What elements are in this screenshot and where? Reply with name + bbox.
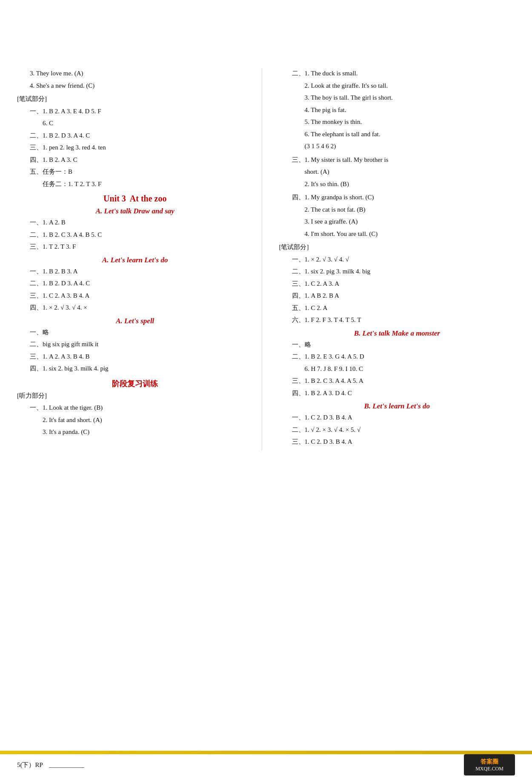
footer-underline: ___________ xyxy=(49,761,84,768)
listening-label: [听力部分] xyxy=(17,391,253,402)
written-section-label: [笔试部分] xyxy=(17,94,253,105)
er-line-4: 5. The monkey is thin. xyxy=(305,117,515,128)
bottom-bar xyxy=(0,751,532,754)
left-column: 3. They love me. (A) 4. She's a new frie… xyxy=(17,68,262,450)
r1-q1c: 3. It's a panda. (C) xyxy=(43,427,253,438)
watermark-line1: 答案圈 xyxy=(481,758,498,766)
bt1-q2b: 6. H 7. J 8. F 9. I 10. C xyxy=(305,364,515,375)
bl1-q3: 三、1. C 2. D 3. B 4. A xyxy=(292,437,515,448)
w1-line: 一、1. × 2. √ 3. √ 4. √ xyxy=(292,254,515,265)
section5-title: B. Let's learn Let's do xyxy=(279,402,515,411)
q1b-line: 6. C xyxy=(43,118,253,129)
s3-q2: 二、big six pig gift milk it xyxy=(30,339,253,350)
s2-q4: 四、1. × 2. √ 3. √ 4. × xyxy=(30,302,253,313)
section2-title: A. Let's learn Let's do xyxy=(17,256,253,264)
q5b-line: 任务二：1. T 2. T 3. F xyxy=(43,179,253,190)
q2-line: 二、1. B 2. D 3. A 4. C xyxy=(30,130,253,141)
w3-line: 三、1. C 2. A 3. A xyxy=(292,279,515,290)
footer-text: 5(下）RP xyxy=(17,761,43,768)
bl1-q2: 二、1. √ 2. × 3. √ 4. × 5. √ xyxy=(292,425,515,436)
footer-left: 5(下）RP ___________ xyxy=(17,761,84,769)
r1-q1b: 2. It's fat and short. (A) xyxy=(43,415,253,426)
q1-line: 一、1. B 2. A 3. E 4. D 5. F xyxy=(30,106,253,117)
s1-q1: 一、1. A 2. B xyxy=(30,217,253,228)
s3-q4: 四、1. six 2. big 3. milk 4. pig xyxy=(30,363,253,374)
san-line-2: 2. It's so thin. (B) xyxy=(305,179,515,190)
w6-line: 六、1. F 2. F 3. T 4. T 5. T xyxy=(292,315,515,326)
er-line-3: 4. The pig is fat. xyxy=(305,105,515,116)
section4-title: B. Let's talk Make a monster xyxy=(279,329,515,338)
intro-line-2: 4. She's a new friend. (C) xyxy=(30,80,253,92)
er-line-6: (3 1 5 4 6 2) xyxy=(305,141,515,152)
si-line-0: 四、1. My grandpa is short. (C) xyxy=(292,192,515,203)
review-title: 阶段复习训练 xyxy=(17,379,253,389)
s2-q3: 三、1. C 2. A 3. B 4. A xyxy=(30,290,253,302)
er-line-0: 二、1. The duck is small. xyxy=(292,68,515,79)
bt1-q2: 二、1. B 2. E 3. G 4. A 5. D xyxy=(292,351,515,362)
footer: 5(下）RP ___________ 答案圈 MXQE.COM xyxy=(0,754,532,775)
s1-q3: 三、1. T 2. T 3. F xyxy=(30,241,253,253)
watermark-line2: MXQE.COM xyxy=(475,766,503,772)
bl1-q1: 一、1. C 2. D 3. B 4. A xyxy=(292,412,515,423)
right-written-label: [笔试部分] xyxy=(279,242,515,253)
s2-q2: 二、1. B 2. D 3. A 4. C xyxy=(30,278,253,289)
er-line-2: 3. The boy is tall. The girl is short. xyxy=(305,92,515,103)
san-line-1: short. (A) xyxy=(305,167,515,178)
right-column: 二、1. The duck is small. 2. Look at the g… xyxy=(271,68,515,450)
bt1-q3: 三、1. B 2. C 3. A 4. A 5. A xyxy=(292,376,515,387)
r1-q1: 一、1. Look at the tiger. (B) xyxy=(30,402,253,414)
section1-title: A. Let's talk Draw and say xyxy=(17,207,253,215)
s3-q1: 一、略 xyxy=(30,327,253,338)
watermark: 答案圈 MXQE.COM xyxy=(464,754,515,775)
w2-line: 二、1. six 2. pig 3. milk 4. big xyxy=(292,266,515,277)
bt1-q4: 四、1. B 2. A 3. D 4. C xyxy=(292,388,515,399)
si-line-3: 4. I'm short. You are tall. (C) xyxy=(305,229,515,240)
bt1-q1: 一、略 xyxy=(292,339,515,350)
san-line-0: 三、1. My sister is tall. My brother is xyxy=(292,155,515,166)
s3-q3: 三、1. A 2. A 3. B 4. B xyxy=(30,351,253,362)
s2-q1: 一、1. B 2. B 3. A xyxy=(30,266,253,277)
si-line-2: 3. I see a giraffe. (A) xyxy=(305,216,515,227)
section3-title: A. Let's spell xyxy=(17,317,253,325)
si-line-1: 2. The cat is not fat. (B) xyxy=(305,204,515,215)
s1-q2: 二、1. B 2. C 3. A 4. B 5. C xyxy=(30,230,253,241)
q3-line: 三、1. pen 2. leg 3. red 4. ten xyxy=(30,142,253,153)
w4-line: 四、1. A B 2. B A xyxy=(292,290,515,302)
q5a-line: 五、任务一：B xyxy=(30,167,253,178)
intro-line-1: 3. They love me. (A) xyxy=(30,68,253,79)
w5-line: 五、1. C 2. A xyxy=(292,303,515,314)
unit-title: Unit 3 At the zoo xyxy=(17,194,253,204)
er-line-5: 6. The elephant is tall and fat. xyxy=(305,129,515,140)
q4-line: 四、1. B 2. A 3. C xyxy=(30,155,253,166)
er-line-1: 2. Look at the giraffe. It's so tall. xyxy=(305,80,515,92)
